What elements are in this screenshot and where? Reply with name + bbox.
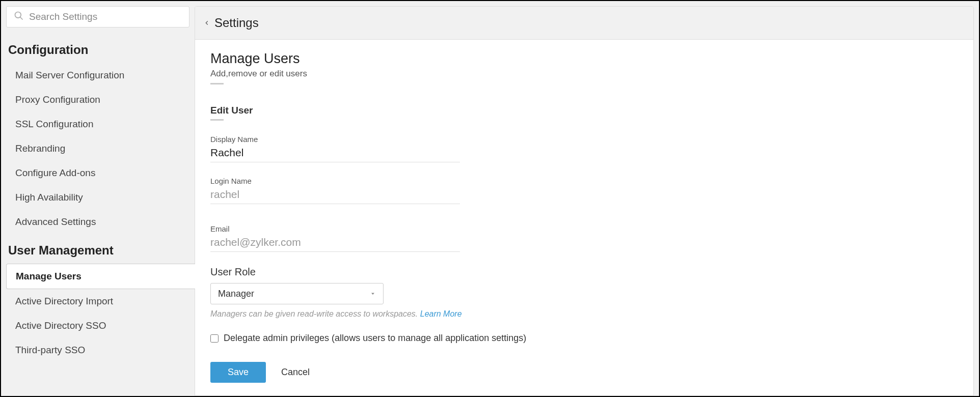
sidebar: Configuration Mail Server Configuration … (6, 6, 195, 396)
sidebar-item-third-party-sso[interactable]: Third-party SSO (6, 338, 189, 362)
search-box[interactable] (6, 6, 189, 27)
sidebar-item-proxy-configuration[interactable]: Proxy Configuration (6, 88, 189, 112)
login-name-label: Login Name (210, 177, 460, 185)
sidebar-item-advanced-settings[interactable]: Advanced Settings (6, 210, 189, 234)
cancel-button[interactable]: Cancel (281, 367, 310, 378)
sidebar-item-active-directory-import[interactable]: Active Directory Import (6, 289, 189, 314)
button-row: Save Cancel (210, 362, 958, 383)
field-display-name: Display Name (210, 135, 460, 162)
title-underline (210, 83, 224, 84)
delegate-admin-checkbox[interactable] (210, 334, 219, 343)
search-input[interactable] (29, 11, 182, 22)
sidebar-item-ssl-configuration[interactable]: SSL Configuration (6, 112, 189, 136)
sidebar-item-high-availability[interactable]: High Availability (6, 185, 189, 210)
user-role-label: User Role (210, 266, 958, 278)
svg-line-1 (20, 17, 23, 20)
chevron-down-icon (370, 289, 376, 299)
field-login-name: Login Name (210, 177, 460, 204)
sidebar-section-configuration: Configuration (6, 43, 189, 63)
display-name-label: Display Name (210, 135, 460, 144)
delegate-admin-label: Delegate admin privileges (allows users … (224, 333, 526, 344)
breadcrumb-title: Settings (214, 16, 259, 30)
sidebar-section-user-management: User Management (6, 243, 189, 264)
search-icon (14, 11, 29, 23)
sidebar-item-active-directory-sso[interactable]: Active Directory SSO (6, 314, 189, 338)
user-role-helper-text: Managers can be given read-write access … (210, 309, 420, 318)
email-label: Email (210, 224, 460, 233)
email-input[interactable] (210, 234, 460, 252)
display-name-input[interactable] (210, 145, 460, 162)
back-icon[interactable] (203, 18, 210, 28)
delegate-admin-row[interactable]: Delegate admin privileges (allows users … (210, 333, 958, 344)
sidebar-item-configure-addons[interactable]: Configure Add-ons (6, 161, 189, 185)
login-name-input[interactable] (210, 186, 460, 204)
learn-more-link[interactable]: Learn More (420, 309, 462, 318)
page-title: Manage Users (210, 51, 958, 67)
section-underline (210, 119, 224, 121)
save-button[interactable]: Save (210, 362, 266, 383)
user-role-select[interactable]: Manager (210, 283, 384, 304)
user-role-helper: Managers can be given read-write access … (210, 309, 958, 319)
svg-marker-2 (371, 293, 374, 295)
svg-point-0 (15, 12, 21, 18)
page-subtitle: Add,remove or edit users (210, 69, 958, 79)
field-email: Email (210, 224, 460, 252)
sidebar-item-rebranding[interactable]: Rebranding (6, 136, 189, 161)
main-body: Manage Users Add,remove or edit users Ed… (195, 40, 973, 395)
sidebar-item-mail-server-configuration[interactable]: Mail Server Configuration (6, 63, 189, 88)
main-panel: Settings Manage Users Add,remove or edit… (195, 6, 974, 396)
section-label-edit-user: Edit User (210, 105, 958, 116)
user-role-selected: Manager (218, 289, 254, 299)
main-header: Settings (195, 7, 973, 40)
sidebar-item-manage-users[interactable]: Manage Users (6, 264, 195, 289)
